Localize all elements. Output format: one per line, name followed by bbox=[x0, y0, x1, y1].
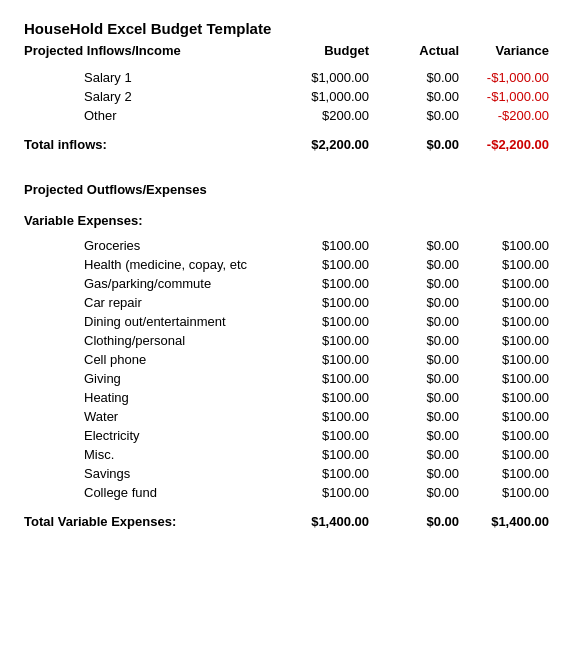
expense-variance: $100.00 bbox=[459, 428, 549, 443]
variable-expense-row: Dining out/entertainment $100.00 $0.00 $… bbox=[24, 312, 549, 331]
expense-variance: $100.00 bbox=[459, 371, 549, 386]
inflow-row: Salary 2 $1,000.00 $0.00 -$1,000.00 bbox=[24, 87, 549, 106]
variable-expense-row: Misc. $100.00 $0.00 $100.00 bbox=[24, 445, 549, 464]
expense-actual: $0.00 bbox=[369, 238, 459, 253]
inflow-budget: $200.00 bbox=[279, 108, 369, 123]
inflows-col-budget: Budget bbox=[279, 43, 369, 58]
inflow-variance: -$1,000.00 bbox=[459, 70, 549, 85]
expense-actual: $0.00 bbox=[369, 447, 459, 462]
expense-label: Cell phone bbox=[24, 352, 279, 367]
expense-label: Car repair bbox=[24, 295, 279, 310]
variable-expense-row: Heating $100.00 $0.00 $100.00 bbox=[24, 388, 549, 407]
expense-variance: $100.00 bbox=[459, 466, 549, 481]
expense-label: Dining out/entertainment bbox=[24, 314, 279, 329]
inflow-label: Other bbox=[24, 108, 279, 123]
variable-expense-row: College fund $100.00 $0.00 $100.00 bbox=[24, 483, 549, 502]
expense-budget: $100.00 bbox=[279, 333, 369, 348]
expense-budget: $100.00 bbox=[279, 485, 369, 500]
expense-budget: $100.00 bbox=[279, 238, 369, 253]
expense-budget: $100.00 bbox=[279, 276, 369, 291]
inflow-budget: $1,000.00 bbox=[279, 70, 369, 85]
expense-variance: $100.00 bbox=[459, 485, 549, 500]
total-variable-budget: $1,400.00 bbox=[279, 514, 369, 529]
gap bbox=[24, 125, 549, 131]
expense-budget: $100.00 bbox=[279, 428, 369, 443]
expense-budget: $100.00 bbox=[279, 295, 369, 310]
total-inflows-row: Total inflows: $2,200.00 $0.00 -$2,200.0… bbox=[24, 135, 549, 154]
expense-label: Savings bbox=[24, 466, 279, 481]
inflow-actual: $0.00 bbox=[369, 89, 459, 104]
outflows-header: Projected Outflows/Expenses bbox=[24, 182, 549, 197]
inflows-header: Projected Inflows/Income Budget Actual V… bbox=[24, 43, 549, 58]
expense-label: Health (medicine, copay, etc bbox=[24, 257, 279, 272]
expense-actual: $0.00 bbox=[369, 409, 459, 424]
inflows-col-variance: Variance bbox=[459, 43, 549, 58]
variable-expense-row: Groceries $100.00 $0.00 $100.00 bbox=[24, 236, 549, 255]
expense-variance: $100.00 bbox=[459, 276, 549, 291]
expense-actual: $0.00 bbox=[369, 428, 459, 443]
expense-actual: $0.00 bbox=[369, 352, 459, 367]
variable-expense-rows: Groceries $100.00 $0.00 $100.00 Health (… bbox=[24, 236, 549, 502]
expense-actual: $0.00 bbox=[369, 276, 459, 291]
expense-label: Misc. bbox=[24, 447, 279, 462]
gap bbox=[24, 154, 549, 168]
inflow-actual: $0.00 bbox=[369, 70, 459, 85]
expense-variance: $100.00 bbox=[459, 295, 549, 310]
expense-variance: $100.00 bbox=[459, 409, 549, 424]
expense-budget: $100.00 bbox=[279, 257, 369, 272]
gap bbox=[24, 502, 549, 508]
total-inflows-variance: -$2,200.00 bbox=[459, 137, 549, 152]
expense-variance: $100.00 bbox=[459, 447, 549, 462]
inflow-actual: $0.00 bbox=[369, 108, 459, 123]
expense-actual: $0.00 bbox=[369, 333, 459, 348]
expense-budget: $100.00 bbox=[279, 466, 369, 481]
gap bbox=[24, 168, 549, 182]
total-inflows-actual: $0.00 bbox=[369, 137, 459, 152]
total-inflows-label: Total inflows: bbox=[24, 137, 279, 152]
variable-expense-row: Health (medicine, copay, etc $100.00 $0.… bbox=[24, 255, 549, 274]
expense-variance: $100.00 bbox=[459, 352, 549, 367]
total-variable-actual: $0.00 bbox=[369, 514, 459, 529]
inflow-variance: -$1,000.00 bbox=[459, 89, 549, 104]
expense-label: Heating bbox=[24, 390, 279, 405]
inflow-budget: $1,000.00 bbox=[279, 89, 369, 104]
expense-budget: $100.00 bbox=[279, 447, 369, 462]
variable-expense-row: Cell phone $100.00 $0.00 $100.00 bbox=[24, 350, 549, 369]
expense-budget: $100.00 bbox=[279, 352, 369, 367]
expense-label: Electricity bbox=[24, 428, 279, 443]
expense-label: Clothing/personal bbox=[24, 333, 279, 348]
variable-expense-row: Electricity $100.00 $0.00 $100.00 bbox=[24, 426, 549, 445]
inflow-rows: Salary 1 $1,000.00 $0.00 -$1,000.00 Sala… bbox=[24, 68, 549, 125]
page-title: HouseHold Excel Budget Template bbox=[24, 20, 549, 37]
inflows-col-actual: Actual bbox=[369, 43, 459, 58]
variable-expense-row: Savings $100.00 $0.00 $100.00 bbox=[24, 464, 549, 483]
expense-variance: $100.00 bbox=[459, 333, 549, 348]
expense-actual: $0.00 bbox=[369, 390, 459, 405]
expense-actual: $0.00 bbox=[369, 257, 459, 272]
inflow-row: Salary 1 $1,000.00 $0.00 -$1,000.00 bbox=[24, 68, 549, 87]
variable-expense-row: Car repair $100.00 $0.00 $100.00 bbox=[24, 293, 549, 312]
expense-variance: $100.00 bbox=[459, 238, 549, 253]
total-variable-label: Total Variable Expenses: bbox=[24, 514, 279, 529]
expense-budget: $100.00 bbox=[279, 371, 369, 386]
expense-label: Giving bbox=[24, 371, 279, 386]
inflow-variance: -$200.00 bbox=[459, 108, 549, 123]
total-variable-row: Total Variable Expenses: $1,400.00 $0.00… bbox=[24, 512, 549, 531]
inflow-label: Salary 2 bbox=[24, 89, 279, 104]
total-inflows-budget: $2,200.00 bbox=[279, 137, 369, 152]
gap bbox=[24, 199, 549, 213]
expense-label: Water bbox=[24, 409, 279, 424]
expense-budget: $100.00 bbox=[279, 409, 369, 424]
expense-variance: $100.00 bbox=[459, 314, 549, 329]
inflow-label: Salary 1 bbox=[24, 70, 279, 85]
expense-actual: $0.00 bbox=[369, 371, 459, 386]
variable-expense-row: Clothing/personal $100.00 $0.00 $100.00 bbox=[24, 331, 549, 350]
expense-budget: $100.00 bbox=[279, 390, 369, 405]
expense-actual: $0.00 bbox=[369, 295, 459, 310]
expense-label: Gas/parking/commute bbox=[24, 276, 279, 291]
expense-actual: $0.00 bbox=[369, 485, 459, 500]
inflow-row: Other $200.00 $0.00 -$200.00 bbox=[24, 106, 549, 125]
variable-expenses-title: Variable Expenses: bbox=[24, 213, 549, 228]
inflows-header-label: Projected Inflows/Income bbox=[24, 43, 279, 58]
expense-actual: $0.00 bbox=[369, 466, 459, 481]
